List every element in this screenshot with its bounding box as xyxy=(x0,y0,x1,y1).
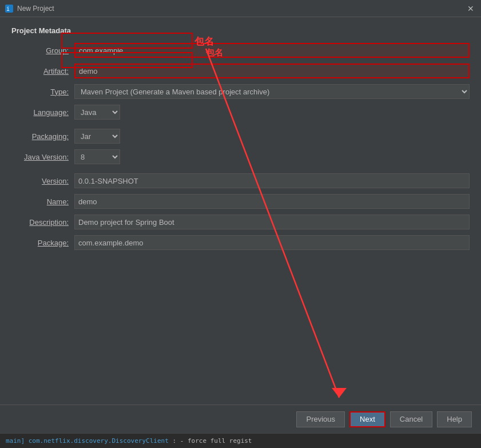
title-bar: i New Project ✕ xyxy=(0,0,481,17)
close-button[interactable]: ✕ xyxy=(465,3,476,14)
console-text-main: main] xyxy=(6,437,29,445)
section-title: Project Metadata xyxy=(11,26,470,35)
package-label: Package: xyxy=(11,239,74,247)
version-row: Version: xyxy=(11,173,470,188)
console-suffix: : - force full regist xyxy=(172,437,252,445)
name-input[interactable] xyxy=(74,194,470,209)
package-row: Package: xyxy=(11,235,470,250)
name-row: Name: xyxy=(11,194,470,209)
name-label: Name: xyxy=(11,197,74,206)
description-input[interactable] xyxy=(74,215,470,229)
java-version-row: Java Version: 8 11 17 xyxy=(11,149,470,164)
svg-text:i: i xyxy=(6,6,10,12)
packaging-label: Packaging: xyxy=(11,132,74,141)
next-button[interactable]: Next xyxy=(349,411,385,427)
type-select[interactable]: Maven Project (Generate a Maven based pr… xyxy=(74,84,470,99)
group-input[interactable] xyxy=(74,43,470,58)
packaging-row: Packaging: Jar War xyxy=(11,129,470,144)
new-project-dialog: i New Project ✕ Project Metadata Group: … xyxy=(0,0,481,448)
description-label: Description: xyxy=(11,218,74,227)
artifact-input[interactable] xyxy=(74,64,470,78)
dialog-body: Project Metadata Group: 包名 Artifact: Typ… xyxy=(0,17,481,405)
group-label: Group: xyxy=(11,46,74,55)
language-select[interactable]: Java Kotlin Groovy xyxy=(74,105,120,120)
bottom-bar: Previous Next Cancel Help xyxy=(0,405,481,433)
language-label: Language: xyxy=(11,108,74,117)
version-label: Version: xyxy=(11,177,74,185)
annotation-text: 包名 xyxy=(206,47,223,58)
description-row: Description: xyxy=(11,215,470,229)
help-button[interactable]: Help xyxy=(437,411,472,427)
artifact-label: Artifact: xyxy=(11,67,74,76)
cancel-button[interactable]: Cancel xyxy=(390,411,432,427)
group-row: Group: xyxy=(11,43,470,58)
java-version-label: Java Version: xyxy=(11,153,74,161)
language-row: Language: Java Kotlin Groovy xyxy=(11,105,470,120)
type-row: Type: Maven Project (Generate a Maven ba… xyxy=(11,84,470,99)
artifact-row: Artifact: xyxy=(11,64,470,78)
app-icon: i xyxy=(5,4,14,13)
console-text: main] com.netflix.discovery.DiscoveryCli… xyxy=(6,437,252,445)
version-input[interactable] xyxy=(74,173,470,188)
previous-button[interactable]: Previous xyxy=(296,411,345,427)
packaging-select[interactable]: Jar War xyxy=(74,129,120,144)
java-version-select[interactable]: 8 11 17 xyxy=(74,149,120,164)
console-class: com.netflix.discovery.DiscoveryClient xyxy=(29,437,169,445)
svg-marker-4 xyxy=(332,388,347,398)
type-label: Type: xyxy=(11,88,74,96)
console-bar: main] com.netflix.discovery.DiscoveryCli… xyxy=(0,433,481,448)
package-input[interactable] xyxy=(74,235,470,250)
dialog-title: New Project xyxy=(17,5,465,13)
